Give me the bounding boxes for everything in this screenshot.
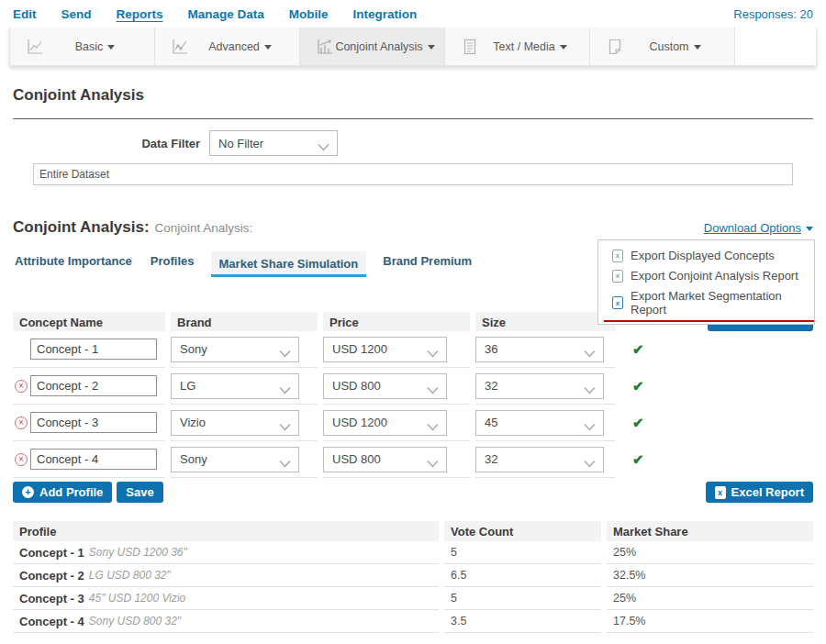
- report-toolbar: Basic Advanced Conjoint Analysis Text / …: [9, 28, 817, 66]
- red-annotation-underline: [604, 320, 814, 322]
- plus-icon: +: [22, 486, 34, 498]
- nav-links: Edit Send Reports Manage Data Mobile Int…: [13, 7, 417, 21]
- price-select[interactable]: USD 1200: [323, 410, 447, 436]
- size-select[interactable]: 36: [475, 337, 604, 362]
- delete-concept-icon[interactable]: ×: [15, 416, 28, 429]
- chevron-down-icon: [584, 457, 596, 471]
- profile-description: Sony USD 1200 36": [89, 546, 187, 559]
- toolbar-label: Basic: [75, 40, 104, 53]
- tab-market-share-simulation[interactable]: Market Share Simulation: [211, 251, 367, 277]
- nav-item-integration[interactable]: Integration: [353, 7, 418, 21]
- chevron-down-icon: [279, 347, 291, 361]
- divider: [13, 118, 813, 119]
- data-filter-row: Data Filter No Filter: [13, 130, 813, 156]
- chevron-down-icon: [428, 45, 435, 50]
- profile-description: Sony USD 800 32": [89, 615, 181, 627]
- nav-item-mobile[interactable]: Mobile: [289, 7, 329, 21]
- concepts-table: Concept Name Brand Price Size Run Simula…: [13, 312, 813, 503]
- chevron-down-icon: [279, 457, 291, 471]
- market-share-value: 25%: [607, 587, 813, 610]
- save-button[interactable]: Save: [117, 482, 162, 503]
- toolbar-item-text-media[interactable]: Text / Media: [445, 28, 590, 65]
- result-row: Concept - 345" USD 1200 Vizio 5 25%: [13, 587, 813, 610]
- nav-item-reports[interactable]: Reports: [117, 7, 163, 21]
- chevron-down-icon: [560, 45, 567, 50]
- nav-item-manage-data[interactable]: Manage Data: [188, 7, 264, 21]
- chevron-down-icon: [107, 45, 115, 50]
- toolbar-item-custom[interactable]: Custom: [590, 28, 735, 65]
- concept-name-input[interactable]: [30, 339, 157, 360]
- download-options-link[interactable]: Download Options: [704, 221, 813, 235]
- price-select[interactable]: USD 800: [323, 447, 447, 472]
- nav-item-edit[interactable]: Edit: [13, 7, 37, 21]
- add-profile-button[interactable]: + Add Profile: [13, 482, 112, 503]
- profile-name: Concept - 4: [19, 615, 84, 628]
- price-select[interactable]: USD 800: [323, 373, 447, 399]
- toolbar-label: Conjoint Analysis: [335, 40, 422, 53]
- size-select[interactable]: 45: [475, 410, 604, 436]
- chevron-down-icon: [806, 227, 813, 231]
- delete-concept-icon[interactable]: ×: [15, 380, 28, 393]
- toolbar-item-basic[interactable]: Basic: [10, 28, 155, 65]
- header-market-share: Market Share: [607, 521, 813, 541]
- brand-select[interactable]: Vizio: [171, 410, 299, 436]
- market-share-results-table: Profile Vote Count Market Share Concept …: [13, 521, 813, 633]
- toolbar-item-advanced[interactable]: Advanced: [155, 28, 300, 65]
- excel-file-icon: x: [715, 486, 726, 499]
- result-row: Concept - 2LG USD 800 32" 6.5 32.5%: [13, 564, 813, 587]
- concept-row: × Sony USD 1200 36 ✔: [13, 331, 813, 368]
- menu-item-export-conjoint-analysis-report[interactable]: x Export Conjoint Analysis Report: [598, 266, 814, 286]
- download-options-menu: x Export Displayed Concepts x Export Con…: [597, 239, 815, 325]
- chevron-down-icon: [427, 457, 439, 471]
- excel-report-button[interactable]: x Excel Report: [706, 482, 813, 503]
- chevron-down-icon: [694, 45, 701, 50]
- page-fold-icon: [605, 37, 625, 57]
- profile-description: 45" USD 1200 Vizio: [89, 592, 185, 605]
- market-share-value: 17.5%: [607, 610, 813, 633]
- tab-brand-premium[interactable]: Brand Premium: [381, 249, 474, 277]
- excel-file-icon: x: [612, 270, 623, 283]
- result-row: Concept - 1Sony USD 1200 36" 5 25%: [13, 541, 813, 564]
- brand-select[interactable]: LG: [171, 373, 299, 399]
- data-filter-select[interactable]: No Filter: [209, 130, 338, 156]
- section-subtitle: Conjoint Analysis:: [155, 221, 253, 235]
- excel-file-icon: x: [612, 250, 623, 262]
- chevron-down-icon: [318, 140, 329, 154]
- size-select[interactable]: 32: [475, 373, 604, 399]
- header-profile: Profile: [13, 521, 439, 541]
- toolbar-label: Text / Media: [493, 40, 554, 53]
- toolbar-spacer: [735, 28, 816, 65]
- chevron-down-icon: [427, 383, 439, 397]
- tab-profiles[interactable]: Profiles: [149, 249, 196, 277]
- concept-name-input[interactable]: [30, 375, 157, 396]
- vote-count-value: 5: [444, 587, 601, 610]
- concepts-actions: + Add Profile Save x Excel Report: [13, 482, 813, 503]
- section-title: Conjoint Analysis:: [13, 218, 150, 237]
- concept-name-input[interactable]: [30, 412, 157, 433]
- results-header-row: Profile Vote Count Market Share: [13, 521, 813, 541]
- profile-name: Concept - 1: [19, 546, 84, 560]
- header-size: Size: [475, 312, 615, 331]
- menu-item-export-displayed-concepts[interactable]: x Export Displayed Concepts: [598, 246, 814, 266]
- concept-name-input[interactable]: [30, 449, 157, 470]
- nav-item-send[interactable]: Send: [61, 7, 92, 21]
- size-select[interactable]: 32: [475, 447, 604, 472]
- dataset-field[interactable]: Entire Dataset: [33, 163, 793, 185]
- price-select[interactable]: USD 1200: [323, 337, 447, 362]
- top-navigation: Edit Send Reports Manage Data Mobile Int…: [0, 0, 826, 28]
- menu-item-export-market-segmentation-report[interactable]: x Export Market Segmentation Report: [598, 286, 814, 320]
- delete-concept-icon[interactable]: ×: [15, 453, 28, 466]
- valid-check-icon: ✔: [632, 415, 644, 431]
- concept-row: × Vizio USD 1200 45 ✔: [13, 405, 813, 441]
- brand-select[interactable]: Sony: [171, 447, 299, 472]
- chevron-down-icon: [584, 347, 596, 361]
- chevron-down-icon: [264, 45, 272, 50]
- concept-row: × LG USD 800 32 ✔: [13, 368, 813, 405]
- toolbar-item-conjoint-analysis[interactable]: Conjoint Analysis: [300, 28, 445, 65]
- chevron-down-icon: [584, 383, 596, 397]
- header-price: Price: [323, 312, 470, 331]
- header-concept-name: Concept Name: [13, 312, 165, 331]
- tab-attribute-importance[interactable]: Attribute Importance: [13, 249, 134, 277]
- brand-select[interactable]: Sony: [171, 337, 299, 362]
- chevron-down-icon: [279, 383, 291, 397]
